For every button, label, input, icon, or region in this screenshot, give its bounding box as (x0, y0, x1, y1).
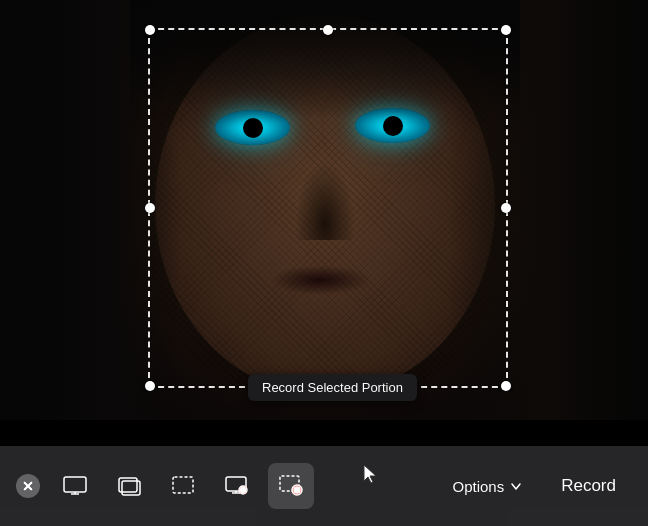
toolbar-left (16, 463, 314, 509)
svg-point-15 (294, 487, 300, 493)
chevron-down-icon (511, 483, 521, 490)
screen-record-icon (223, 472, 251, 500)
tooltip-text: Record Selected Portion (262, 380, 403, 395)
screen-icon (61, 472, 89, 500)
options-button[interactable]: Options (440, 470, 533, 503)
close-icon (23, 481, 33, 491)
screen-tool-button[interactable] (52, 463, 98, 509)
toolbar-right: Options Record (440, 468, 632, 504)
options-label: Options (452, 478, 504, 495)
selection-record-tool-button[interactable] (268, 463, 314, 509)
selection-icon (169, 472, 197, 500)
selection-tool-button[interactable] (160, 463, 206, 509)
window-tool-button[interactable] (106, 463, 152, 509)
svg-line-1 (24, 482, 32, 490)
close-button[interactable] (16, 474, 40, 498)
tooltip: Record Selected Portion (248, 374, 417, 401)
toolbar: Options Record (0, 446, 648, 526)
screen-record-tool-button[interactable] (214, 463, 260, 509)
svg-rect-7 (173, 477, 193, 493)
record-button[interactable]: Record (545, 468, 632, 504)
svg-point-12 (241, 488, 246, 493)
main-image (0, 0, 648, 420)
record-label: Record (561, 476, 616, 495)
svg-rect-2 (64, 477, 86, 492)
window-icon (115, 472, 143, 500)
svg-line-0 (24, 482, 32, 490)
selection-record-icon (277, 472, 305, 500)
